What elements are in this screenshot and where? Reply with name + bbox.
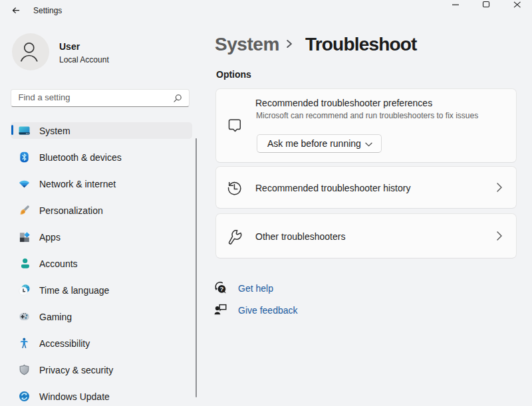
svg-text:?: ? <box>219 285 223 292</box>
